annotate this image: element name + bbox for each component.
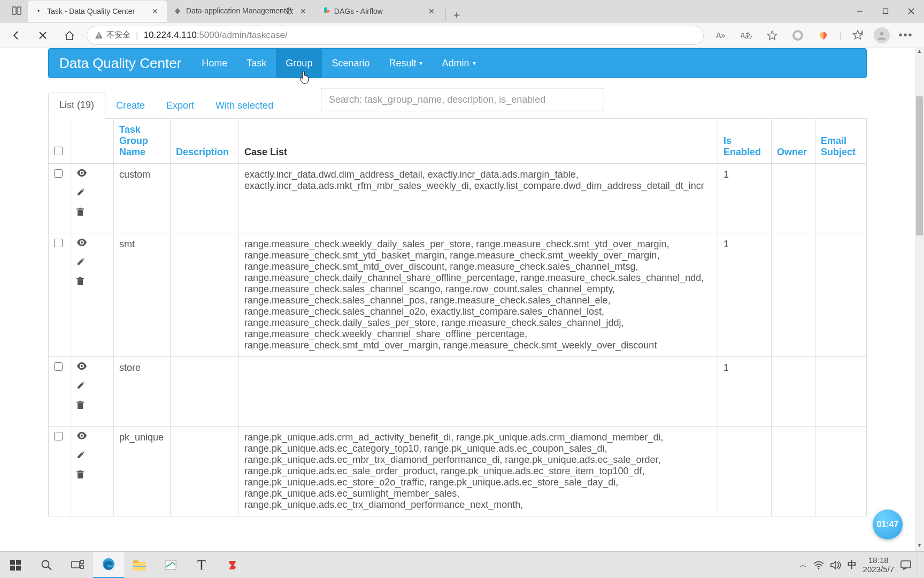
view-icon[interactable] [76, 169, 108, 177]
home-button[interactable] [60, 26, 79, 45]
edit-icon[interactable] [76, 257, 108, 266]
delete-icon[interactable] [76, 401, 108, 409]
tab-export[interactable]: Export [156, 94, 205, 119]
task-view-button[interactable] [62, 552, 93, 579]
edit-icon[interactable] [76, 381, 108, 390]
nav-result[interactable]: Result ▾ [379, 49, 432, 78]
scroll-thumb[interactable] [916, 96, 923, 235]
taskbar-app-explorer[interactable] [124, 552, 155, 579]
view-icon[interactable] [76, 239, 108, 246]
vertical-scrollbar[interactable]: ▲ ▼ [915, 48, 924, 551]
svg-rect-27 [79, 401, 82, 402]
close-tab-button[interactable]: ✕ [426, 6, 437, 17]
browser-tab-0[interactable]: • Task - Data Quality Center ✕ [28, 1, 167, 22]
nav-task[interactable]: Task [237, 49, 276, 78]
start-button[interactable] [0, 552, 31, 579]
svg-rect-21 [78, 279, 83, 285]
app-brand[interactable]: Data Quality Center [49, 49, 192, 78]
search-input[interactable] [321, 88, 604, 111]
nav-home[interactable]: Home [192, 49, 237, 78]
browser-tab-1[interactable]: Data-application Management数 ✕ [167, 1, 315, 22]
col-is-enabled[interactable]: Is Enabled [723, 135, 761, 157]
reader-mode-button[interactable]: A» [711, 26, 730, 45]
taskbar-app-4[interactable]: T [186, 552, 217, 579]
search-button[interactable] [31, 552, 62, 579]
view-icon[interactable] [76, 362, 108, 370]
cell-case-list [239, 357, 718, 427]
extension-2-icon[interactable] [814, 26, 833, 45]
show-desktop-button[interactable] [918, 552, 922, 579]
close-tab-button[interactable]: ✕ [150, 6, 160, 17]
tab-create[interactable]: Create [105, 94, 156, 119]
chevron-down-icon: ▾ [419, 59, 422, 67]
translate-button[interactable]: aあ [737, 26, 756, 45]
cell-is-enabled: 1 [718, 164, 772, 233]
back-button[interactable] [6, 26, 26, 45]
tab-title: Task - Data Quality Center [47, 7, 145, 16]
taskbar-app-edge[interactable] [93, 552, 124, 579]
new-tab-button[interactable]: ＋ [443, 7, 465, 22]
view-icon[interactable] [76, 432, 108, 439]
delete-icon[interactable] [76, 277, 108, 286]
select-all-checkbox[interactable] [54, 147, 63, 155]
row-checkbox[interactable] [54, 362, 63, 371]
tab-actions-button[interactable] [5, 0, 28, 22]
cell-name: store [114, 357, 171, 427]
insecure-badge[interactable]: 不安全 [95, 30, 130, 40]
taskbar-app-3[interactable] [155, 552, 186, 579]
delete-icon[interactable] [76, 208, 108, 216]
table-row: pk_uniquerange.pk_unique.ads.crm_ad_acti… [49, 427, 867, 516]
tab-list[interactable]: List (19) [48, 93, 105, 119]
edit-icon[interactable] [76, 188, 108, 196]
cell-case-list: range.pk_unique.ads.crm_ad_activity_bene… [239, 427, 718, 516]
more-button[interactable]: ••• [896, 26, 915, 45]
nav-group[interactable]: Group [276, 49, 322, 78]
scroll-down-button[interactable]: ▼ [915, 542, 924, 551]
col-task-group-name[interactable]: Task Group Name [119, 124, 148, 157]
network-icon[interactable] [813, 561, 824, 569]
svg-rect-47 [901, 561, 911, 568]
col-case-list: Case List [239, 119, 718, 164]
taskbar-app-5[interactable] [217, 552, 248, 579]
svg-point-28 [81, 435, 83, 437]
edit-icon[interactable] [76, 451, 108, 459]
svg-line-37 [48, 567, 51, 570]
cell-owner [772, 233, 815, 357]
taskbar-clock[interactable]: 18:18 2023/5/7 [863, 556, 894, 574]
nav-scenario[interactable]: Scenario [322, 49, 379, 78]
scroll-up-button[interactable]: ▲ [915, 48, 924, 57]
favorite-button[interactable] [763, 26, 782, 45]
svg-rect-10 [98, 37, 99, 38]
col-description[interactable]: Description [176, 147, 229, 157]
stop-button[interactable] [33, 26, 52, 45]
floating-clock-widget[interactable]: 01:47 [873, 509, 903, 539]
svg-point-20 [81, 241, 83, 244]
tray-overflow-button[interactable]: ︿ [799, 560, 807, 570]
address-bar[interactable]: 不安全 | 10.224.4.110:5000/admin/taskcase/ [87, 26, 704, 45]
chevron-down-icon: ▾ [473, 59, 476, 67]
row-checkbox[interactable] [54, 432, 63, 440]
close-window-button[interactable] [898, 0, 924, 22]
delete-icon[interactable] [76, 470, 108, 479]
profile-button[interactable] [874, 27, 890, 43]
extension-1-icon[interactable] [788, 26, 807, 45]
close-tab-button[interactable]: ✕ [298, 6, 309, 17]
table-row: smtrange.measure_check.weekly_daily_sale… [49, 233, 867, 357]
ime-indicator[interactable]: 中 [848, 559, 857, 571]
col-email-subject[interactable]: Email Subject [821, 135, 856, 157]
maximize-button[interactable] [873, 0, 898, 22]
minimize-button[interactable] [847, 0, 873, 22]
browser-tab-2[interactable]: DAGs - Airflow ✕ [315, 1, 443, 22]
nav-admin[interactable]: Admin ▾ [432, 49, 485, 78]
cell-owner [772, 357, 815, 427]
volume-icon[interactable] [830, 560, 841, 570]
cell-description [171, 233, 239, 357]
favorites-bar-button[interactable] [848, 26, 867, 45]
browser-tab-bar: • Task - Data Quality Center ✕ Data-appl… [0, 0, 847, 22]
row-checkbox[interactable] [54, 239, 63, 247]
browser-toolbar: 不安全 | 10.224.4.110:5000/admin/taskcase/ … [0, 22, 924, 48]
col-owner[interactable]: Owner [777, 147, 807, 157]
notifications-button[interactable] [900, 560, 911, 570]
row-checkbox[interactable] [54, 169, 63, 178]
tab-with-selected[interactable]: With selected [205, 94, 284, 119]
